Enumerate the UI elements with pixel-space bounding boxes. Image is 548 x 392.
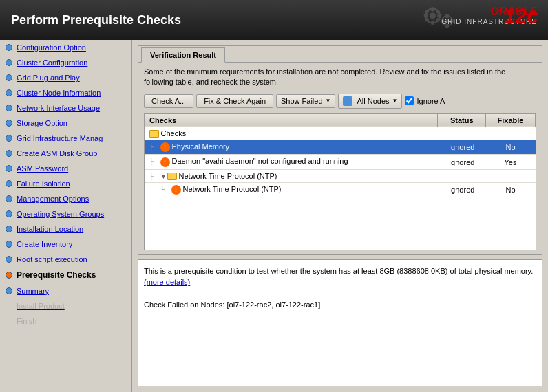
sidebar-label-grid-plug-play: Grid Plug and Play [17, 74, 80, 82]
sidebar-item-asm-password[interactable]: ASM Password [0, 161, 131, 176]
show-failed-dropdown[interactable]: Show Failed ▼ [276, 94, 335, 108]
table-row-checks-group[interactable]: Checks [145, 127, 536, 140]
cell-fixable-ntp-item: No [486, 183, 536, 197]
sidebar-label-cluster-config: Cluster Configuration [17, 58, 87, 67]
sidebar-label-storage-option: Storage Option [17, 119, 67, 127]
sidebar-item-failure-isolation[interactable]: Failure Isolation [0, 176, 131, 191]
sidebar: Configuration OptionCluster Configuratio… [0, 40, 132, 392]
description-text: This is a prerequisite condition to test… [144, 267, 533, 275]
svg-rect-4 [424, 14, 428, 18]
table-row-physical-memory[interactable]: ├!Physical MemoryIgnoredNo [145, 140, 536, 155]
sidebar-label-create-asm-disk: Create ASM Disk Group [17, 149, 97, 157]
sidebar-label-cluster-node-info: Cluster Node Information [17, 89, 101, 97]
cell-checks-checks-group: Checks [145, 127, 438, 140]
cell-status-ntp-item: Ignored [438, 183, 486, 197]
table-row-avahi-daemon[interactable]: ├!Daemon "avahi-daemon" not configured a… [145, 155, 536, 169]
main-container: Configuration OptionCluster Configuratio… [0, 40, 548, 392]
sidebar-label-failure-isolation: Failure Isolation [17, 179, 70, 188]
more-details-link[interactable]: (more details) [144, 278, 190, 286]
sidebar-item-storage-option[interactable]: Storage Option [0, 116, 131, 131]
sidebar-item-prereq-checks[interactable]: Prerequisite Checks [0, 267, 131, 283]
cell-fixable-avahi-daemon: Yes [486, 155, 536, 169]
sidebar-label-management-options: Management Options [17, 195, 89, 203]
sidebar-item-config-option[interactable]: Configuration Option [0, 40, 131, 55]
svg-point-1 [430, 12, 436, 19]
sidebar-item-create-asm-disk[interactable]: Create ASM Disk Group [0, 146, 131, 161]
col-checks: Checks [145, 113, 438, 127]
header: Perform Prerequisite Checks ORACLE GRID … [0, 0, 548, 40]
show-failed-label: Show Failed [281, 97, 323, 105]
sidebar-label-asm-password: ASM Password [17, 164, 68, 173]
checks-table-container[interactable]: Checks Status Fixable Checks├!Physical M… [144, 113, 536, 250]
tab-verification-result[interactable]: Verification Result [141, 47, 225, 63]
sidebar-item-summary[interactable]: Summary [0, 283, 131, 298]
sidebar-scroll[interactable]: Configuration OptionCluster Configuratio… [0, 40, 131, 392]
cell-fixable-checks-group [486, 127, 536, 140]
oracle-version: 12c [504, 4, 538, 28]
sidebar-item-network-interface[interactable]: Network Interface Usage [0, 100, 131, 116]
sidebar-label-install-product: Install Product [17, 302, 65, 310]
svg-rect-3 [431, 21, 434, 25]
sidebar-item-create-inventory[interactable]: Create Inventory [0, 237, 131, 252]
sidebar-label-root-script: Root script execution [17, 255, 87, 263]
cell-checks-physical-memory: ├!Physical Memory [145, 140, 438, 155]
svg-rect-2 [431, 7, 434, 11]
sidebar-label-summary: Summary [17, 287, 49, 295]
sidebar-label-prereq-checks: Prerequisite Checks [17, 270, 96, 280]
cell-checks-ntp-group: ├▼Network Time Protocol (NTP) [145, 169, 438, 183]
tab-panel: Verification Result Some of the minimum … [138, 45, 542, 255]
sidebar-label-install-location: Installation Location [17, 225, 83, 233]
failed-nodes-text: Check Failed on Nodes: [ol7-122-rac2, ol… [144, 301, 320, 309]
cell-status-ntp-group [438, 169, 486, 183]
sidebar-item-finish: Finish [0, 314, 131, 329]
content-area: Verification Result Some of the minimum … [132, 40, 548, 392]
sidebar-item-os-groups[interactable]: Operating System Groups [0, 206, 131, 221]
cell-fixable-physical-memory: No [486, 140, 536, 155]
dropdown-arrow2-icon: ▼ [392, 98, 398, 104]
all-nodes-label: All Nodes [357, 97, 389, 105]
table-row-ntp-item[interactable]: └!Network Time Protocol (NTP)IgnoredNo [145, 183, 536, 197]
dropdown-arrow-icon: ▼ [326, 98, 331, 104]
sidebar-item-root-script[interactable]: Root script execution [0, 252, 131, 267]
cell-checks-avahi-daemon: ├!Daemon "avahi-daemon" not configured a… [145, 155, 438, 169]
sidebar-item-grid-infra-manage[interactable]: Grid Infrastructure Manag [0, 131, 131, 146]
sidebar-item-cluster-node-info[interactable]: Cluster Node Information [0, 85, 131, 100]
sidebar-label-create-inventory: Create Inventory [17, 240, 72, 248]
sidebar-item-install-location[interactable]: Installation Location [0, 221, 131, 237]
tab-header: Verification Result [138, 46, 542, 63]
tab-content: Some of the minimum requirements for ins… [138, 63, 542, 254]
sidebar-label-network-interface: Network Interface Usage [17, 104, 100, 112]
col-fixable: Fixable [486, 113, 536, 127]
sidebar-label-grid-infra-manage: Grid Infrastructure Manag [17, 134, 103, 142]
sidebar-label-finish: Finish [17, 317, 36, 325]
tab-description: Some of the minimum requirements for ins… [144, 67, 536, 88]
ignore-checkbox[interactable] [405, 96, 414, 105]
ignore-label: Ignore A [417, 97, 445, 105]
fix-check-button[interactable]: Fix & Check Again [196, 94, 273, 108]
description-panel: This is a prerequisite condition to test… [138, 259, 542, 386]
cell-status-checks-group [438, 127, 486, 140]
sidebar-item-management-options[interactable]: Management Options [0, 191, 131, 206]
check-all-button[interactable]: Check A... [144, 94, 193, 108]
cell-status-avahi-daemon: Ignored [438, 155, 486, 169]
sidebar-item-cluster-config[interactable]: Cluster Configuration [0, 55, 131, 70]
page-title: Perform Prerequisite Checks [11, 13, 181, 28]
sidebar-item-grid-plug-play[interactable]: Grid Plug and Play [0, 70, 131, 85]
sidebar-item-install-product: Install Product [0, 298, 131, 314]
toolbar: Check A... Fix & Check Again Show Failed… [144, 94, 536, 109]
svg-rect-5 [437, 14, 441, 18]
col-status: Status [438, 113, 486, 127]
table-row-ntp-group[interactable]: ├▼Network Time Protocol (NTP) [145, 169, 536, 183]
checks-table: Checks Status Fixable Checks├!Physical M… [145, 113, 536, 197]
sidebar-label-config-option: Configuration Option [17, 43, 86, 52]
cell-status-physical-memory: Ignored [438, 140, 486, 155]
all-nodes-dropdown[interactable]: All Nodes ▼ [338, 94, 402, 109]
ignore-checkbox-group: Ignore A [405, 96, 445, 105]
cell-fixable-ntp-group [486, 169, 536, 183]
cell-checks-ntp-item: └!Network Time Protocol (NTP) [145, 183, 438, 197]
sidebar-label-os-groups: Operating System Groups [17, 210, 104, 218]
node-icon [343, 96, 352, 106]
